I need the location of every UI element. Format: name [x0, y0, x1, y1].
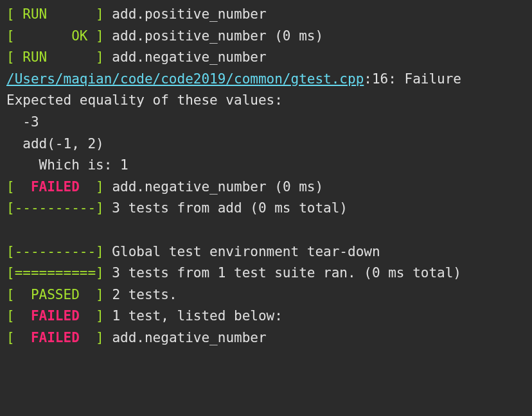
ok-line: [ OK ] add.positive_number (0 ms) [6, 26, 526, 48]
status-failed: FAILED [15, 308, 96, 324]
passed-line: [ PASSED ] 2 tests. [6, 284, 526, 306]
bracket-close: ] [96, 330, 104, 345]
test-result: add.negative_number (0 ms) [104, 179, 323, 195]
status-failed: FAILED [15, 330, 96, 345]
status-run: [ RUN ] [6, 49, 104, 65]
failed-summary-text: 1 test, listed below: [104, 308, 283, 324]
bracket-open: [ [6, 179, 15, 195]
bracket-open: [ [6, 287, 15, 302]
failure-location-line: /Users/maqian/code/code2019/common/gtest… [6, 69, 526, 91]
failed-summary-line: [ FAILED ] 1 test, listed below: [6, 306, 526, 327]
actual-expression: add(-1, 2) [6, 134, 526, 155]
file-link[interactable]: /Users/maqian/code/code2019/common/gtest… [6, 71, 364, 87]
status-passed: PASSED [15, 287, 96, 302]
test-result: add.positive_number (0 ms) [104, 28, 323, 44]
summary-line: [----------] 3 tests from add (0 ms tota… [6, 198, 526, 220]
run-line: [ RUN ] add.positive_number [6, 4, 526, 26]
summary-text: 3 tests from add (0 ms total) [104, 200, 348, 216]
blank-line [6, 220, 526, 241]
failure-text: :16: Failure [364, 71, 461, 87]
failed-line: [ FAILED ] add.negative_number (0 ms) [6, 177, 526, 198]
status-separator: [----------] [6, 244, 104, 259]
bracket-close: ] [96, 179, 104, 195]
status-run: [ RUN ] [6, 6, 104, 22]
expected-value: -3 [6, 112, 526, 134]
test-name: add.negative_number [104, 49, 267, 65]
failed-detail-line: [ FAILED ] add.negative_number [6, 327, 526, 349]
teardown-line: [----------] Global test environment tea… [6, 241, 526, 263]
bracket-open: [ [6, 308, 15, 324]
run-line: [ RUN ] add.negative_number [6, 47, 526, 69]
bracket-close: ] [96, 308, 104, 324]
bracket-close: ] [96, 287, 104, 302]
bracket-open: [ [6, 330, 15, 345]
status-ok: [ OK ] [6, 28, 104, 44]
teardown-text: Global test environment tear-down [104, 244, 380, 259]
status-failed: FAILED [15, 179, 96, 195]
total-text: 3 tests from 1 test suite ran. (0 ms tot… [104, 265, 461, 281]
status-separator: [----------] [6, 200, 104, 216]
status-equals: [==========] [6, 265, 104, 281]
terminal-output: [ RUN ] add.positive_number [ OK ] add.p… [6, 4, 526, 349]
total-line: [==========] 3 tests from 1 test suite r… [6, 263, 526, 284]
failed-detail-text: add.negative_number [104, 330, 267, 345]
passed-text: 2 tests. [104, 287, 177, 302]
test-name: add.positive_number [104, 6, 267, 22]
expected-line: Expected equality of these values: [6, 90, 526, 112]
actual-value: Which is: 1 [6, 155, 526, 177]
